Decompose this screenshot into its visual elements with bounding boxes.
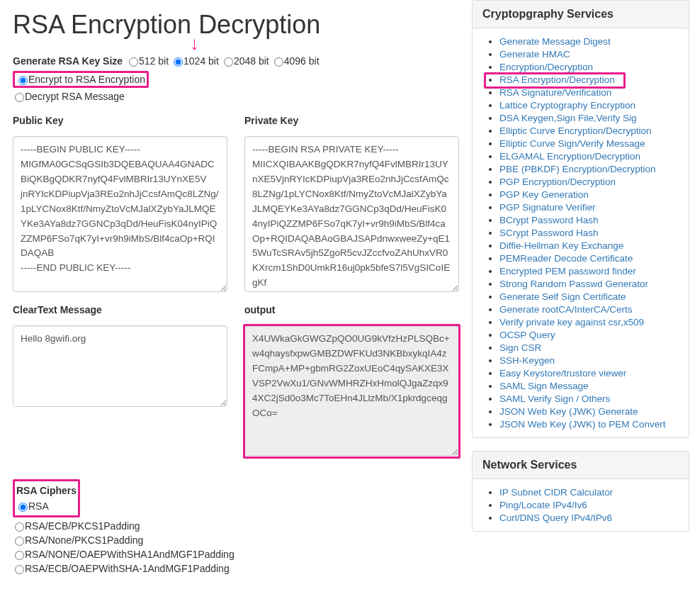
- sidebar-link[interactable]: RSA Signature/Verification: [499, 87, 611, 98]
- rsa-ciphers-title: RSA Ciphers: [16, 485, 77, 496]
- sidebar-link[interactable]: PEMReader Decode Certificate: [499, 253, 633, 264]
- sidebar-link[interactable]: Generate Self Sign Certificate: [499, 291, 626, 302]
- cipher-radio-label: RSA/ECB/OAEPWithSHA-1AndMGF1Padding: [25, 563, 230, 574]
- sidebar-link[interactable]: Strong Random Passwd Generator: [499, 279, 648, 289]
- sidebar-item: Lattice Cryptography Encryption: [499, 100, 689, 111]
- sidebar-link[interactable]: Lattice Cryptography Encryption: [499, 100, 635, 111]
- cipher-radio-0[interactable]: [18, 503, 28, 512]
- sidebar-panel: Cryptopgraphy ServicesGenerate Message D…: [472, 0, 689, 438]
- output-textarea[interactable]: [244, 325, 459, 456]
- cipher-radio-label: RSA/NONE/OAEPWithSHA1AndMGF1Padding: [25, 549, 235, 560]
- sidebar-link[interactable]: PGP Signature Verifier: [499, 202, 596, 213]
- sidebar-item: PGP Key Generation: [499, 189, 689, 200]
- sidebar-item: Generate rootCA/InterCA/Certs: [499, 304, 689, 315]
- private-key-label: Private Key: [244, 115, 459, 126]
- cipher-radio-label: RSA: [28, 500, 49, 512]
- sidebar-item: JSON Web Key (JWK) to PEM Convert: [499, 419, 689, 430]
- sidebar-link[interactable]: SAML Verify Sign / Others: [499, 393, 610, 404]
- sidebar-item: Encrypted PEM password finder: [499, 266, 689, 276]
- sidebar-link[interactable]: IP Subnet CIDR Calculator: [499, 487, 613, 498]
- keysize-radio-512[interactable]: [129, 57, 138, 67]
- sidebar-link[interactable]: Diffie-Hellman Key Exchange: [499, 240, 623, 251]
- sidebar-link[interactable]: JSON Web Key (JWK) to PEM Convert: [499, 419, 666, 430]
- sidebar-item: Strong Random Passwd Generator: [499, 279, 689, 289]
- public-key-label: Public Key: [13, 115, 227, 126]
- keysize-radio-4096[interactable]: [274, 57, 283, 67]
- sidebar-item: BCrypt Password Hash: [499, 215, 689, 225]
- sidebar-link[interactable]: OCSP Query: [499, 330, 555, 340]
- keysize-radio-label: 2048 bit: [234, 55, 269, 67]
- sidebar-panel-title: Cryptopgraphy Services: [473, 1, 689, 28]
- sidebar-link[interactable]: Generate rootCA/InterCA/Certs: [499, 304, 633, 315]
- sidebar-link[interactable]: Ping/Locate IPv4/Iv6: [499, 500, 587, 510]
- sidebar-link[interactable]: Elliptic Curve Sign/Verify Message: [499, 138, 645, 149]
- sidebar-item: Verify private key against csr,x509: [499, 317, 689, 327]
- sidebar-link[interactable]: SAML Sign Message: [499, 381, 589, 391]
- sidebar-item: SSH-Keygen: [499, 355, 689, 366]
- mode-radio-label: Decrypt RSA Message: [25, 91, 125, 102]
- sidebar-item: Encryption/Decryption: [499, 62, 689, 72]
- page-title: RSA Encryption Decryption: [13, 10, 459, 40]
- sidebar-link[interactable]: Generate HMAC: [499, 49, 570, 60]
- sidebar-link[interactable]: Encrypted PEM password finder: [499, 266, 636, 276]
- keysize-row: ↓ Generate RSA Key Size 512 bit1024 bit2…: [13, 55, 459, 67]
- cleartext-textarea[interactable]: [13, 325, 227, 407]
- sidebar-item: Curl/DNS Query IPv4/IPv6: [499, 513, 689, 523]
- sidebar-panel: Network ServicesIP Subnet CIDR Calculato…: [472, 451, 689, 532]
- sidebar-link[interactable]: RSA Encryption/Decryption: [499, 74, 615, 85]
- sidebar-link[interactable]: ELGAMAL Encryption/Decryption: [499, 151, 640, 162]
- sidebar-link[interactable]: Verify private key against csr,x509: [499, 317, 644, 327]
- sidebar-link[interactable]: SSH-Keygen: [499, 355, 555, 366]
- sidebar-link[interactable]: Generate Message Digest: [499, 36, 611, 47]
- sidebar-panel-title: Network Services: [473, 452, 689, 479]
- annotation-mode-highlight: Encrypt to RSA Encryption: [13, 71, 149, 88]
- sidebar-item: ELGAMAL Encryption/Decryption: [499, 151, 689, 162]
- sidebar-item: Ping/Locate IPv4/Iv6: [499, 500, 689, 510]
- sidebar-link[interactable]: Easy Keystore/trustore viewer: [499, 368, 626, 379]
- annotation-ciphers-highlight: RSA Ciphers RSA: [13, 479, 80, 517]
- sidebar-link[interactable]: PGP Encryption/Decryption: [499, 177, 616, 187]
- sidebar-link[interactable]: BCrypt Password Hash: [499, 215, 599, 225]
- private-key-textarea[interactable]: [244, 136, 459, 292]
- sidebar-item: PBE (PBKDF) Encryption/Decryption: [499, 164, 689, 174]
- keysize-radio-label: 4096 bit: [284, 55, 320, 67]
- public-key-textarea[interactable]: [13, 136, 227, 292]
- sidebar-item: Diffie-Hellman Key Exchange: [499, 240, 689, 251]
- sidebar-item: SAML Sign Message: [499, 381, 689, 391]
- mode-radio-label: Encrypt to RSA Encryption: [28, 74, 145, 85]
- cipher-radio-3[interactable]: [15, 551, 24, 560]
- rsa-ciphers-section: RSA Ciphers RSA RSA/ECB/PKCS1PaddingRSA/…: [13, 479, 459, 574]
- cipher-radio-4[interactable]: [15, 565, 24, 574]
- sidebar-link[interactable]: Elliptic Curve Encryption/Decryption: [499, 125, 652, 136]
- sidebar-item: Easy Keystore/trustore viewer: [499, 368, 689, 379]
- keysize-radio-2048[interactable]: [224, 57, 233, 67]
- cipher-radio-1[interactable]: [15, 522, 24, 532]
- sidebar-link[interactable]: DSA Keygen,Sign File,Verify Sig: [499, 113, 637, 123]
- sidebar-link[interactable]: SCrypt Password Hash: [499, 228, 599, 238]
- cleartext-label: ClearText Message: [13, 304, 227, 315]
- mode-radio-decrypt[interactable]: [15, 93, 24, 102]
- sidebar-link[interactable]: Curl/DNS Query IPv4/IPv6: [499, 513, 612, 523]
- keysize-radio-label: 1024 bit: [183, 55, 219, 67]
- sidebar-item: Sign CSR: [499, 342, 689, 353]
- sidebar-link[interactable]: PGP Key Generation: [499, 189, 589, 200]
- sidebar-link[interactable]: Encryption/Decryption: [499, 62, 593, 72]
- sidebar-link[interactable]: PBE (PBKDF) Encryption/Decryption: [499, 164, 656, 174]
- sidebar-item: Generate Self Sign Certificate: [499, 291, 689, 302]
- sidebar-item: RSA Signature/Verification: [499, 87, 689, 98]
- sidebar-item: Generate HMAC: [499, 49, 689, 60]
- sidebar-item: PGP Signature Verifier: [499, 202, 689, 213]
- cipher-radio-2[interactable]: [15, 537, 24, 546]
- sidebar-item: RSA Encryption/Decryption: [499, 74, 689, 85]
- sidebar-link[interactable]: Sign CSR: [499, 342, 541, 353]
- sidebar-link[interactable]: JSON Web Key (JWK) Generate: [499, 406, 638, 417]
- cipher-radio-label: RSA/ECB/PKCS1Padding: [25, 520, 140, 532]
- keysize-radio-1024[interactable]: [174, 57, 183, 67]
- sidebar-item: Elliptic Curve Sign/Verify Message: [499, 138, 689, 149]
- sidebar-item: Elliptic Curve Encryption/Decryption: [499, 125, 689, 136]
- keysize-radio-label: 512 bit: [139, 55, 169, 67]
- sidebar-item: OCSP Query: [499, 330, 689, 340]
- output-label: output: [244, 304, 459, 315]
- mode-radio-encrypt[interactable]: [18, 76, 28, 85]
- keysize-label: Generate RSA Key Size: [13, 55, 123, 67]
